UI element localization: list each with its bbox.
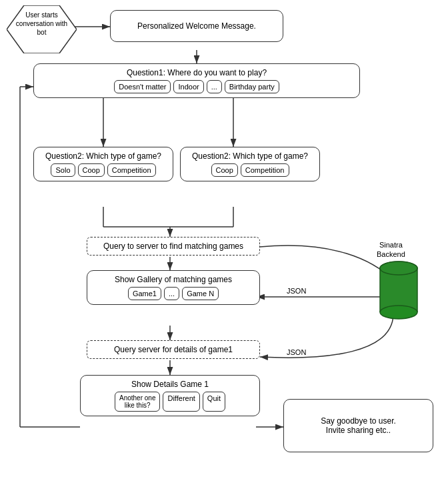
details-node: Show Details Game 1 Another onelike this…: [80, 375, 260, 416]
q2b-competition[interactable]: Competition: [241, 163, 289, 177]
game-dots-btn[interactable]: ...: [164, 287, 179, 300]
gallery-label: Show Gallery of matching games: [115, 275, 232, 284]
another-one-btn[interactable]: Another onelike this?: [115, 392, 161, 412]
welcome-node: Personalized Welcome Message.: [110, 10, 283, 42]
q1-label: Question1: Where do you want to play?: [127, 68, 267, 77]
query1-node: Query to server to find matching games: [87, 237, 260, 256]
json-label1: JSON: [287, 287, 306, 295]
details-label: Show Details Game 1: [131, 380, 209, 389]
q2a-label: Question2: Which type of game?: [45, 151, 161, 161]
goodbye-label: Say goodbye to user.Invite sharing etc..: [321, 416, 396, 435]
game1-btn[interactable]: Game1: [128, 287, 161, 300]
svg-point-21: [380, 306, 417, 319]
diagram: User starts conversation with bot Person…: [0, 0, 448, 479]
gallery-node: Show Gallery of matching games Game1 ...…: [87, 270, 260, 305]
q1-opt-doesnt-matter[interactable]: Doesn't matter: [114, 80, 171, 93]
start-label: User starts conversation with bot: [13, 11, 70, 37]
q2b-node: Question2: Which type of game? Coop Comp…: [180, 147, 320, 181]
goodbye-node: Say goodbye to user.Invite sharing etc..: [283, 399, 433, 452]
backend-label: SinatraBackend: [377, 240, 405, 260]
q2a-solo[interactable]: Solo: [51, 163, 75, 177]
q1-opt-indoor[interactable]: Indoor: [173, 80, 203, 93]
q1-node: Question1: Where do you want to play? Do…: [33, 63, 360, 98]
db-cylinder: [379, 260, 419, 320]
q1-opt-birthday[interactable]: Birthday party: [225, 80, 279, 93]
q2a-coop[interactable]: Coop: [78, 163, 105, 177]
q2b-label: Question2: Which type of game?: [192, 151, 308, 161]
q2a-node: Question2: Which type of game? Solo Coop…: [33, 147, 173, 181]
query1-label: Query to server to find matching games: [103, 242, 243, 251]
welcome-label: Personalized Welcome Message.: [137, 21, 256, 31]
q2b-coop[interactable]: Coop: [211, 163, 238, 177]
svg-point-24: [380, 262, 417, 275]
q2a-competition[interactable]: Competition: [107, 163, 156, 177]
json-label2: JSON: [287, 348, 306, 356]
start-node: User starts conversation with bot: [7, 5, 77, 53]
q1-opt-dots[interactable]: ...: [207, 80, 222, 93]
game-n-btn[interactable]: Game N: [182, 287, 219, 300]
quit-btn[interactable]: Quit: [203, 392, 225, 412]
query2-node: Query server for details of game1: [87, 340, 260, 359]
different-btn[interactable]: Different: [163, 392, 199, 412]
query2-label: Query server for details of game1: [114, 345, 233, 354]
